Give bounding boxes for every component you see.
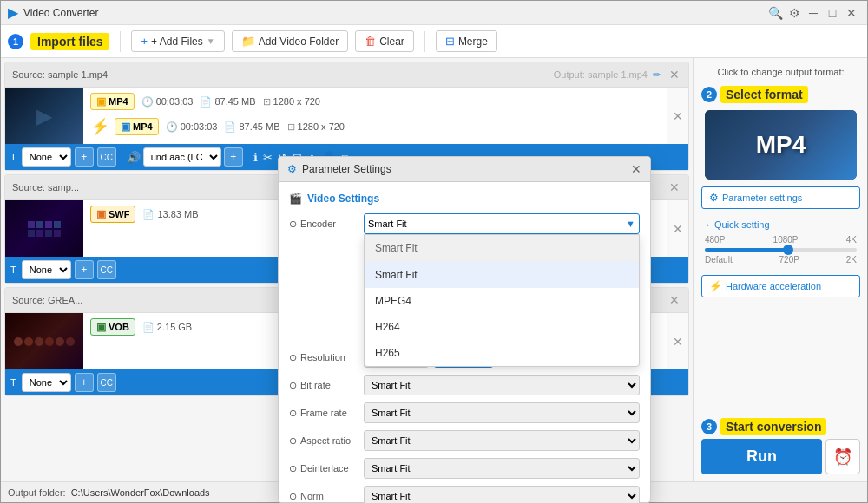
file-size-3: 📄 2.15 GB [142,322,192,333]
track-cc-btn[interactable]: CC [97,147,116,167]
size-item: 📄 87.45 MB [200,96,255,108]
maximize-button[interactable]: □ [824,4,841,22]
audio-track-select[interactable]: und aac (LC) (mp4a... [143,147,221,167]
toolbar-separator [120,31,121,52]
file-thumbnail-2 [5,200,83,257]
dropdown-item-mpeg4[interactable]: MPEG4 [365,288,639,314]
add-files-label: + Add Files [151,36,203,48]
minimize-button[interactable]: ─ [805,4,822,22]
encoder-label-text: Encoder [300,219,336,229]
file-content: ▶ ▣ MP4 🕐 00:03:03 [5,88,688,144]
dropdown-item-smartfit-first[interactable]: Smart Fit [365,235,639,262]
main-toolbar: 1 Import files + + Add Files ▼ 📁 Add Vid… [1,25,867,58]
track-cc-btn-2[interactable]: CC [97,260,116,279]
duration-item: 🕐 00:03:03 [141,96,194,108]
alarm-button[interactable]: ⏰ [825,439,860,474]
merge-button[interactable]: ⊞ Merge [436,30,497,52]
quality-fill [705,248,788,252]
size-label: 87.45 MB [214,96,255,107]
framerate-label: ⊙ Frame rate [289,408,358,419]
encoder-dot-icon: ⊙ [289,219,297,230]
file-thumbnail-3 [5,313,83,369]
aspect-icon: ⊙ [289,435,297,447]
close-file-3-icon[interactable]: ✕ [667,291,681,309]
add-video-folder-button[interactable]: 📁 Add Video Folder [232,30,349,52]
settings-gear-icon: ⚙ [709,192,719,204]
folder-icon: 📁 [241,35,255,48]
toolbar-separator2 [424,31,425,52]
output-resolution-label: 1280 x 720 [298,121,345,132]
dropdown-item-h265[interactable]: H265 [365,340,639,366]
dropdown-item-h264[interactable]: H264 [365,314,639,340]
close-file-2-icon[interactable]: ✕ [667,179,681,196]
output-duration-label: 00:03:03 [181,121,218,132]
dialog-close-button[interactable]: ✕ [631,162,641,176]
search-icon[interactable]: 🔍 [766,4,784,22]
track-select-3[interactable]: None [22,373,71,392]
quality-720p: 720P [779,255,799,265]
track-add-btn-2[interactable]: + [75,260,94,279]
add-files-button[interactable]: + + Add Files ▼ [131,30,224,52]
framerate-icon: ⊙ [289,408,297,419]
audio-add-btn[interactable]: + [224,147,243,167]
dropdown-item-0-label: Smart Fit [375,242,418,254]
dialog-title-bar: ⚙ Parameter Settings ✕ [279,157,650,182]
output-format-badge: ▣ MP4 [115,118,159,135]
remove-file-3-icon[interactable]: ✕ [671,333,685,350]
aspect-ratio-select[interactable]: Smart Fit [364,430,640,451]
quick-setting-title: → Quick setting [701,219,860,230]
param-settings-button[interactable]: ⚙ Parameter settings [701,186,860,209]
close-button[interactable]: ✕ [843,4,860,22]
encoder-row: ⊙ Encoder Smart Fit ▼ ◀ Smart Fit [289,213,640,234]
dropdown-item-smartfit[interactable]: Smart Fit [365,262,639,288]
dialog-title-text: Parameter Settings [302,163,391,175]
quality-2k: 2K [846,255,857,265]
deinterlace-label: ⊙ Deinterlace [289,463,358,474]
format-badge: ▣ MP4 [90,93,135,110]
close-file-icon[interactable]: ✕ [667,66,681,83]
resolution-icon: ⊙ [289,352,297,363]
format-preview[interactable]: MP4 [705,110,857,180]
alarm-icon: ⏰ [833,447,852,467]
remove-file-icon[interactable]: ✕ [671,108,685,125]
video-icon: 🎬 [289,193,302,205]
track-add-btn[interactable]: + [75,147,94,167]
size-label-3: 2.15 GB [157,322,192,332]
remove-file-2-icon[interactable]: ✕ [671,220,685,238]
aspect-ratio-row: ⊙ Aspect ratio Smart Fit [289,430,640,451]
quality-slider[interactable] [705,248,857,252]
framerate-select[interactable]: Smart Fit [364,402,640,423]
app-title: Video Converter [23,7,99,19]
audio-icon[interactable]: 🔊 [127,151,141,164]
clear-button[interactable]: 🗑 Clear [355,30,414,52]
quality-default: Default [705,255,733,265]
cut-icon[interactable]: ✂ [263,151,273,164]
info-icon[interactable]: ℹ [253,151,258,164]
format-big-label: MP4 [756,131,806,159]
bitrate-icon: ⊙ [289,380,297,391]
quick-setting-label: Quick setting [714,219,770,230]
deinterlace-select[interactable]: Smart Fit [364,458,640,479]
track-select-1[interactable]: None [22,147,71,167]
edit-icon[interactable]: ✏ [653,69,661,81]
size-label-2: 13.83 MB [157,209,198,219]
encoder-dropdown[interactable]: Smart Fit ▼ [364,213,640,234]
settings-icon[interactable]: ⚙ [786,4,803,22]
aspect-ratio-label-text: Aspect ratio [300,435,351,446]
quality-1080p: 1080P [773,235,799,245]
dropdown-item-3-label: H264 [375,321,400,333]
aspect-ratio-label: ⊙ Aspect ratio [289,435,358,447]
format-name: MP4 [108,96,128,107]
hw-accel-button[interactable]: ⚡ Hardware acceleration [701,275,860,297]
quality-top-labels: 480P 1080P 4K [705,235,857,245]
run-button[interactable]: Run [701,439,822,474]
track-select-2[interactable]: None [22,260,71,279]
resolution-label: 1280 x 720 [273,96,320,107]
track-cc-btn-3[interactable]: CC [97,373,116,392]
format-icon: ▣ [96,95,106,108]
encoder-dropdown-container: Smart Fit ▼ ◀ Smart Fit Smart Fit [364,213,640,234]
norm-select[interactable]: Smart Fit [364,486,640,503]
bitrate-select[interactable]: Smart Fit [364,375,640,395]
dropdown-item-1-label: Smart Fit [375,269,418,281]
track-add-btn-3[interactable]: + [75,373,94,392]
